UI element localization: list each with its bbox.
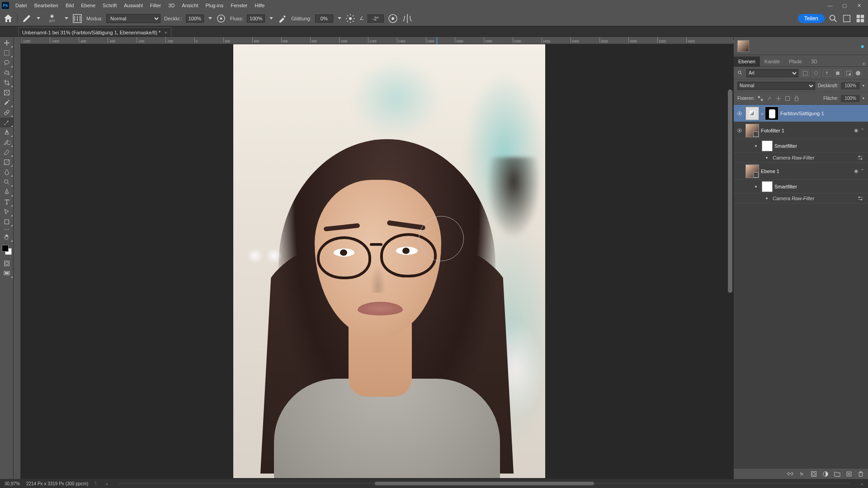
flow-dropdown[interactable] xyxy=(269,17,273,19)
window-close-button[interactable]: ✕ xyxy=(852,0,866,11)
vertical-scrollbar[interactable] xyxy=(728,62,732,461)
pressure-opacity-icon[interactable] xyxy=(216,13,226,24)
layer-row[interactable]: Ebene 1 ◉⌃ xyxy=(734,163,868,180)
smoothing-options-icon[interactable] xyxy=(345,13,356,24)
workspace-frame-icon[interactable] xyxy=(842,14,852,23)
window-minimize-button[interactable]: ― xyxy=(823,0,837,11)
smartfilter-mask-icon[interactable] xyxy=(762,141,773,151)
layer-row[interactable]: Smartfilter xyxy=(734,139,868,153)
visibility-toggle-icon[interactable] xyxy=(763,196,771,201)
layer-row[interactable]: Smartfilter xyxy=(734,180,868,193)
smoothing-value[interactable]: 0% xyxy=(315,14,333,23)
flow-value[interactable]: 100% xyxy=(247,14,265,23)
filter-name[interactable]: Camera Raw-Filter xyxy=(773,155,814,160)
search-icon[interactable] xyxy=(737,70,744,76)
smoothing-dropdown[interactable] xyxy=(338,17,341,19)
quick-select-tool[interactable] xyxy=(0,68,13,78)
home-icon[interactable] xyxy=(3,13,14,24)
menu-filter[interactable]: Filter xyxy=(146,0,165,11)
fill-value[interactable]: 100% xyxy=(841,95,860,102)
menu-auswahl[interactable]: Auswahl xyxy=(120,0,146,11)
layer-row[interactable]: ▫ Farbton/Sättigung 1 xyxy=(734,105,868,122)
link-layers-icon[interactable] xyxy=(787,470,794,478)
menu-bearbeiten[interactable]: Bearbeiten xyxy=(31,0,62,11)
smartfilter-mask-icon[interactable] xyxy=(762,181,773,192)
blur-tool[interactable] xyxy=(0,167,13,177)
lock-artboard-icon[interactable] xyxy=(784,95,791,102)
add-mask-icon[interactable] xyxy=(810,470,817,478)
gradient-tool[interactable] xyxy=(0,157,13,167)
frame-tool[interactable] xyxy=(0,88,13,98)
document-tab[interactable]: Unbenannt-1 bei 31% (Farbton/Sättigung 1… xyxy=(18,27,171,37)
type-tool[interactable] xyxy=(0,197,13,207)
clone-stamp-tool[interactable] xyxy=(0,127,13,137)
menu-bild[interactable]: Bild xyxy=(62,0,77,11)
share-button[interactable]: Teilen xyxy=(798,14,825,23)
visibility-toggle-icon[interactable] xyxy=(736,110,744,117)
menu-hilfe[interactable]: Hilfe xyxy=(251,0,268,11)
filter-name[interactable]: Camera Raw-Filter xyxy=(773,196,814,201)
filter-visibility-icon[interactable]: ◉ xyxy=(854,168,859,174)
layer-name[interactable]: Fotofilter 1 xyxy=(761,128,784,133)
filter-blend-icon[interactable] xyxy=(857,155,863,161)
status-menu-icon[interactable]: 〉 xyxy=(94,480,99,487)
layer-opacity-value[interactable]: 100% xyxy=(841,82,860,89)
expand-icon[interactable]: ⌃ xyxy=(860,127,864,133)
layer-blend-select[interactable]: Normal xyxy=(737,82,815,90)
history-brush-tool[interactable] xyxy=(0,137,13,147)
menu-fenster[interactable]: Fenster xyxy=(227,0,251,11)
crop-tool[interactable] xyxy=(0,78,13,88)
move-tool[interactable] xyxy=(0,38,13,48)
hscroll-left-icon[interactable]: ◂ xyxy=(105,481,108,486)
visibility-toggle-icon[interactable] xyxy=(736,127,744,134)
tab-kanaele[interactable]: Kanäle xyxy=(760,56,784,66)
layer-style-icon[interactable]: fx xyxy=(798,470,806,478)
horizontal-scrollbar[interactable] xyxy=(118,481,850,486)
angle-value[interactable]: -2° xyxy=(368,14,384,23)
screen-mode-icon[interactable] xyxy=(0,268,13,278)
properties-thumbnail-icon[interactable] xyxy=(737,40,749,52)
brush-preview[interactable]: 377 xyxy=(44,12,60,25)
layer-thumbnail-icon[interactable] xyxy=(745,124,759,137)
tab-3d[interactable]: 3D xyxy=(807,56,822,66)
filter-smart-icon[interactable] xyxy=(844,70,853,77)
zoom-level[interactable]: 30,97% xyxy=(5,481,20,486)
eraser-tool[interactable] xyxy=(0,147,13,157)
menu-ebene[interactable]: Ebene xyxy=(77,0,99,11)
blend-mode-select[interactable]: Normal xyxy=(106,14,160,23)
path-select-tool[interactable] xyxy=(0,207,13,217)
hscroll-right-icon[interactable]: ▸ xyxy=(861,481,863,486)
expand-icon[interactable]: ⌃ xyxy=(860,168,864,174)
lock-pixels-icon[interactable] xyxy=(766,95,773,102)
pen-tool[interactable] xyxy=(0,187,13,197)
brush-tool[interactable] xyxy=(0,117,13,127)
new-group-icon[interactable] xyxy=(834,470,841,478)
new-layer-icon[interactable] xyxy=(845,470,853,478)
more-tools-icon[interactable] xyxy=(0,227,13,232)
color-swatches[interactable] xyxy=(2,245,12,255)
opacity-dropdown[interactable] xyxy=(208,17,212,19)
hand-tool[interactable] xyxy=(0,232,13,242)
airbrush-icon[interactable] xyxy=(277,13,288,24)
filter-toggle[interactable] xyxy=(855,70,864,76)
canvas[interactable] xyxy=(21,44,733,479)
marquee-tool[interactable] xyxy=(0,48,13,58)
symmetry-icon[interactable] xyxy=(402,13,413,24)
filter-type-icon[interactable]: T xyxy=(823,70,831,77)
filter-adjust-icon[interactable] xyxy=(812,70,820,77)
layer-row[interactable]: Camera Raw-Filter xyxy=(734,153,868,163)
close-tab-icon[interactable]: × xyxy=(164,30,167,35)
brush-panel-icon[interactable] xyxy=(72,13,83,24)
filter-pixel-icon[interactable] xyxy=(801,70,809,77)
filter-shape-icon[interactable] xyxy=(834,70,842,77)
lock-transparency-icon[interactable] xyxy=(757,95,764,102)
layer-row[interactable]: Camera Raw-Filter xyxy=(734,193,868,203)
menu-3d[interactable]: 3D xyxy=(165,0,178,11)
delete-layer-icon[interactable] xyxy=(857,470,864,478)
tab-ebenen[interactable]: Ebenen xyxy=(734,56,760,66)
visibility-toggle-icon[interactable] xyxy=(752,143,760,149)
eyedropper-tool[interactable] xyxy=(0,98,13,108)
brush-preset-dropdown[interactable] xyxy=(65,17,68,19)
layer-thumbnail-icon[interactable] xyxy=(745,164,759,178)
search-icon[interactable] xyxy=(828,14,838,23)
